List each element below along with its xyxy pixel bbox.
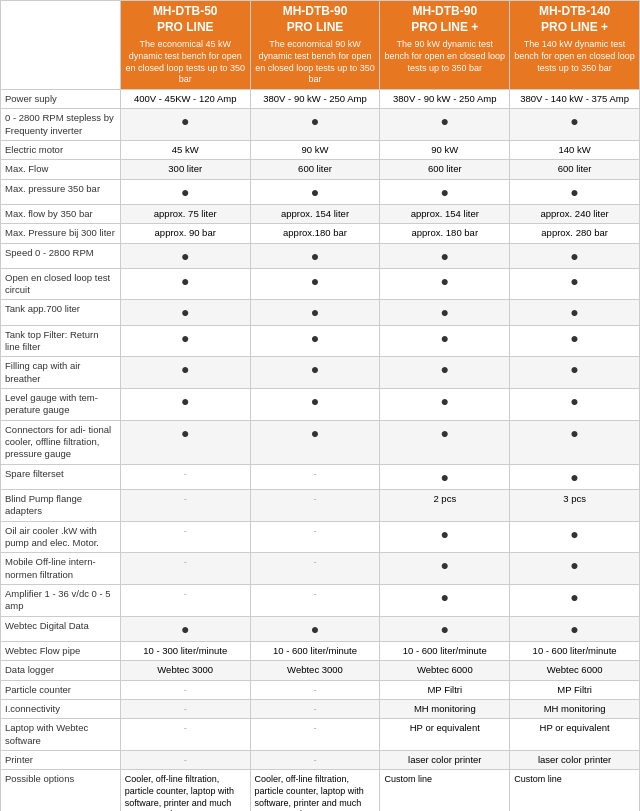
cell-r9-c2: ● [250,300,380,325]
cell-r8-c4: ● [510,268,640,300]
cell-r12-c2: ● [250,388,380,420]
cell-r3-c1: 300 liter [120,160,250,179]
cell-r22-c2: - [250,680,380,699]
cell-r13-c2: ● [250,420,380,464]
cell-r23-c4: MH monitoring [510,699,640,718]
cell-r2-c2: 90 kW [250,140,380,159]
cell-r2-c4: 140 kW [510,140,640,159]
cell-r11-c4: ● [510,357,640,389]
cell-r20-c3: 10 - 600 liter/minute [380,641,510,660]
cell-r7-c4: ● [510,243,640,268]
cell-r15-c4: 3 pcs [510,489,640,521]
cell-r13-c4: ● [510,420,640,464]
cell-r6-c3: approx. 180 bar [380,224,510,243]
cell-r17-c2: - [250,553,380,585]
cell-r25-c1: - [120,750,250,769]
cell-r13-c1: ● [120,420,250,464]
cell-r26-c4: Custom line [510,770,640,811]
cell-r1-c4: ● [510,109,640,141]
cell-r5-c4: approx. 240 liter [510,204,640,223]
row-label: Possible options [1,770,121,811]
cell-r4-c3: ● [380,179,510,204]
row-label: Spare filterset [1,464,121,489]
cell-r5-c3: approx. 154 liter [380,204,510,223]
cell-r8-c3: ● [380,268,510,300]
cell-r19-c2: ● [250,616,380,641]
cell-r9-c4: ● [510,300,640,325]
cell-r23-c3: MH monitoring [380,699,510,718]
col3-header: MH-DTB-90PRO LINE + The 90 kW dynamic te… [380,1,510,90]
cell-r11-c3: ● [380,357,510,389]
cell-r14-c2: - [250,464,380,489]
cell-r11-c2: ● [250,357,380,389]
cell-r10-c3: ● [380,325,510,357]
row-label: 0 - 2800 RPM stepless by Frequenty inver… [1,109,121,141]
cell-r19-c4: ● [510,616,640,641]
row-label: Amplifier 1 - 36 v/dc 0 - 5 amp [1,584,121,616]
cell-r14-c3: ● [380,464,510,489]
cell-r23-c1: - [120,699,250,718]
row-label: Max. Flow [1,160,121,179]
cell-r12-c1: ● [120,388,250,420]
row-label: Max. flow by 350 bar [1,204,121,223]
cell-r21-c3: Webtec 6000 [380,661,510,680]
cell-r14-c1: - [120,464,250,489]
cell-r22-c3: MP Filtri [380,680,510,699]
cell-r25-c4: laser color printer [510,750,640,769]
row-label: Webtec Digital Data [1,616,121,641]
cell-r2-c1: 45 kW [120,140,250,159]
row-label: Webtec Flow pipe [1,641,121,660]
cell-r18-c1: - [120,584,250,616]
row-label: Oil air cooler .kW with pump and elec. M… [1,521,121,553]
cell-r2-c3: 90 kW [380,140,510,159]
cell-r8-c2: ● [250,268,380,300]
cell-r21-c2: Webtec 3000 [250,661,380,680]
cell-r14-c4: ● [510,464,640,489]
cell-r7-c2: ● [250,243,380,268]
cell-r21-c4: Webtec 6000 [510,661,640,680]
cell-r5-c1: approx. 75 liter [120,204,250,223]
cell-r20-c1: 10 - 300 liter/minute [120,641,250,660]
col1-header: MH-DTB-50PRO LINE The economical 45 kW d… [120,1,250,90]
row-label: Max. pressure 350 bar [1,179,121,204]
cell-r10-c1: ● [120,325,250,357]
cell-r10-c2: ● [250,325,380,357]
cell-r18-c4: ● [510,584,640,616]
row-label: Open en closed loop test circuit [1,268,121,300]
row-label: Max. Pressure bij 300 liter [1,224,121,243]
cell-r22-c1: - [120,680,250,699]
cell-r16-c1: - [120,521,250,553]
cell-r16-c3: ● [380,521,510,553]
row-label: Filling cap with air breather [1,357,121,389]
row-label: Laptop with Webtec software [1,719,121,751]
cell-r6-c4: approx. 280 bar [510,224,640,243]
cell-r9-c3: ● [380,300,510,325]
cell-r10-c4: ● [510,325,640,357]
cell-r13-c3: ● [380,420,510,464]
cell-r12-c4: ● [510,388,640,420]
cell-r19-c1: ● [120,616,250,641]
row-label: Data logger [1,661,121,680]
cell-r0-c1: 400V - 45KW - 120 Amp [120,89,250,108]
cell-r17-c1: - [120,553,250,585]
cell-r24-c4: HP or equivalent [510,719,640,751]
cell-r20-c2: 10 - 600 liter/minute [250,641,380,660]
cell-r7-c3: ● [380,243,510,268]
cell-r26-c3: Custom line [380,770,510,811]
cell-r4-c4: ● [510,179,640,204]
cell-r1-c1: ● [120,109,250,141]
cell-r7-c1: ● [120,243,250,268]
cell-r16-c4: ● [510,521,640,553]
cell-r1-c3: ● [380,109,510,141]
comparison-table: MH-DTB-50PRO LINE The economical 45 kW d… [0,0,640,811]
row-label: Tank app.700 liter [1,300,121,325]
cell-r26-c2: Cooler, off-line filtration, particle co… [250,770,380,811]
cell-r11-c1: ● [120,357,250,389]
cell-r22-c4: MP Filtri [510,680,640,699]
cell-r16-c2: - [250,521,380,553]
cell-r15-c3: 2 pcs [380,489,510,521]
cell-r5-c2: approx. 154 liter [250,204,380,223]
cell-r21-c1: Webtec 3000 [120,661,250,680]
row-label: Power suply [1,89,121,108]
cell-r20-c4: 10 - 600 liter/minute [510,641,640,660]
